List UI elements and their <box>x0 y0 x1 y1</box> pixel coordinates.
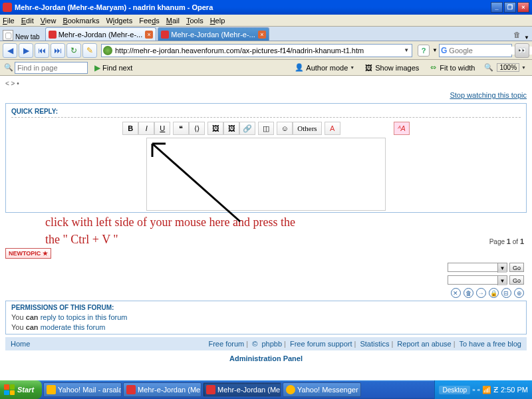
start-button[interactable]: Start <box>0 380 42 399</box>
dropdown-icon[interactable]: ▼ <box>432 47 438 53</box>
close-button[interactable]: × <box>517 2 529 13</box>
fit-width-button[interactable]: ⇔Fit to width <box>426 63 477 73</box>
tab-1[interactable]: Mehr-e-Jordan (Mehr-e-...× <box>45 27 157 41</box>
menu-view[interactable]: View <box>41 17 57 25</box>
view-button[interactable]: 👀 <box>515 43 529 58</box>
new-tab-label[interactable]: New tab <box>15 33 40 41</box>
italic-button[interactable]: I <box>138 122 154 135</box>
messenger-icon <box>286 385 295 394</box>
taskbar-item-yahoo-messenger[interactable]: Yahoo! Messenger <box>283 382 361 397</box>
fast-forward-button[interactable]: ⏭ <box>51 43 65 58</box>
dropdown-icon[interactable]: ▼ <box>497 276 507 285</box>
find-input[interactable] <box>15 62 88 74</box>
search-box[interactable]: G ▼ <box>439 44 512 57</box>
breadcrumb: < > • <box>5 80 527 87</box>
home-link[interactable]: Home <box>11 340 30 348</box>
switch-editor-button[interactable]: ᴬA <box>394 122 410 135</box>
rewind-button[interactable]: ⏮ <box>35 43 49 58</box>
author-icon: 👤 <box>295 63 304 72</box>
go-button[interactable]: Go <box>509 275 524 285</box>
editor-textarea[interactable] <box>146 138 386 211</box>
underline-button[interactable]: U <box>154 122 170 135</box>
menu-bookmarks[interactable]: Bookmarks <box>63 17 99 25</box>
address-bar[interactable]: ▼ <box>101 44 412 57</box>
fontcolor-button[interactable]: A <box>325 122 340 135</box>
admin-panel-link[interactable]: Administration Panel <box>5 354 527 362</box>
find-next-button[interactable]: ▶Find next <box>94 63 132 72</box>
author-mode-button[interactable]: 👤Author mode ▼ <box>293 63 356 73</box>
forward-button[interactable]: ▶ <box>19 43 33 58</box>
menu-help[interactable]: Help <box>210 17 225 25</box>
menu-mail[interactable]: Mail <box>166 17 180 25</box>
jump-select-1[interactable]: ▼ <box>448 263 507 272</box>
taskbar-item-opera-2[interactable]: Mehr-e-Jordan (Mehr... <box>203 382 281 397</box>
editor-toolbar: BIU ❝⟨⟩ 🖼🖼🔗 ◫ ☺Others A ᴬA <box>11 122 521 135</box>
dropdown-icon[interactable]: ▼ <box>524 35 529 41</box>
merge-icon[interactable]: ⊕ <box>514 288 524 298</box>
fit-icon: ⇔ <box>428 63 438 72</box>
jump-selectors: ▼Go ▼Go <box>5 263 524 286</box>
tray-prev-icon[interactable]: « <box>477 387 480 393</box>
split-icon[interactable]: ⊟ <box>501 288 511 298</box>
zoom-control[interactable]: 🔍100% ▼ <box>482 63 528 72</box>
emoji-button[interactable]: ☺ <box>277 122 293 135</box>
image2-button[interactable]: 🖼 <box>223 122 239 135</box>
help-button[interactable]: ? <box>418 45 430 57</box>
closed-tabs-trash-icon[interactable]: 🗑 <box>511 29 523 41</box>
tab-2-active[interactable]: Mehr-e-Jordan (Mehr-e-...× <box>158 27 269 41</box>
show-images-button[interactable]: 🖼Show images <box>362 63 421 73</box>
tab-close-icon[interactable]: × <box>145 31 153 39</box>
stats-link[interactable]: Statistics <box>360 340 389 348</box>
quote-button[interactable]: ❝ <box>173 122 189 135</box>
tab-close-icon[interactable]: × <box>258 31 266 39</box>
jump-select-2[interactable]: ▼ <box>448 275 507 285</box>
divider <box>11 117 521 118</box>
lock-icon[interactable]: 🔒 <box>489 288 499 298</box>
yahoo-icon <box>47 385 56 394</box>
tray-icon[interactable]: 📶 <box>482 386 491 394</box>
permissions-line-1: You can reply to topics in this forum <box>11 313 521 321</box>
menu-widgets[interactable]: Widgets <box>106 17 132 25</box>
move-icon[interactable]: → <box>476 288 486 298</box>
go-button[interactable]: Go <box>509 263 524 272</box>
color-button[interactable]: ◫ <box>258 122 274 135</box>
phpbb-link[interactable]: phpbb <box>261 340 282 348</box>
dropdown-icon[interactable]: ▼ <box>350 65 354 70</box>
url-dropdown-icon[interactable]: ▼ <box>402 47 410 53</box>
maximize-button[interactable]: ❐ <box>504 2 516 13</box>
favicon-icon <box>49 31 57 39</box>
new-tab-button[interactable]: ▢ <box>3 30 13 41</box>
trash-icon[interactable]: 🗑 <box>464 288 473 298</box>
menu-file[interactable]: File <box>3 17 15 25</box>
taskbar-item-opera-1[interactable]: Mehr-e-Jordan (Mehr-e-... <box>123 382 201 397</box>
back-button[interactable]: ◀ <box>3 43 17 58</box>
bold-button[interactable]: B <box>122 122 138 135</box>
tray-icon[interactable]: Ƶ <box>493 386 499 394</box>
blog-link[interactable]: To have a free blog <box>459 340 521 348</box>
system-tray: Desktop » « 📶 Ƶ 2:50 PM <box>434 380 532 399</box>
show-desktop-button[interactable]: Desktop <box>439 386 470 394</box>
abuse-link[interactable]: Report an abuse <box>397 340 451 348</box>
stop-watching-link[interactable]: Stop watching this topic <box>5 91 527 99</box>
minimize-button[interactable]: _ <box>491 2 503 13</box>
delete-icon[interactable]: ✕ <box>451 288 461 298</box>
link-button[interactable]: 🔗 <box>239 122 255 135</box>
new-topic-button[interactable]: NEWTOPIC ★ <box>5 248 51 259</box>
reload-button[interactable]: ↻ <box>66 43 81 58</box>
wand-button[interactable]: ✎ <box>82 43 97 58</box>
image-button[interactable]: 🖼 <box>207 122 223 135</box>
dropdown-icon[interactable]: ▼ <box>521 65 526 70</box>
others-button[interactable]: Others <box>293 122 321 135</box>
menu-tools[interactable]: Tools <box>186 17 203 25</box>
support-link[interactable]: Free forum support <box>290 340 352 348</box>
url-input[interactable] <box>115 47 402 55</box>
clock[interactable]: 2:50 PM <box>501 386 528 394</box>
free-forum-link[interactable]: Free forum <box>208 340 244 348</box>
taskbar-item-yahoo-mail[interactable]: Yahoo! Mail - arsalanabd... <box>43 382 122 397</box>
tray-expand-icon[interactable]: » <box>472 387 475 393</box>
page-indicator: Page 1 of 1 <box>489 237 524 245</box>
menu-feeds[interactable]: Feeds <box>139 17 160 25</box>
code-button[interactable]: ⟨⟩ <box>189 122 205 135</box>
menu-edit[interactable]: Edit <box>21 17 34 25</box>
dropdown-icon[interactable]: ▼ <box>497 263 507 273</box>
